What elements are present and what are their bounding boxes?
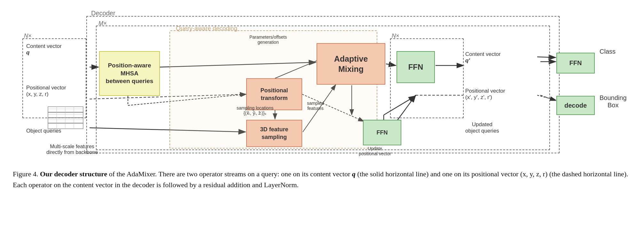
svg-rect-24	[48, 123, 83, 129]
update-pos-label: Updatepositional vector	[359, 146, 391, 156]
caption-rest2: (the solid horizontal line) and one on i…	[356, 170, 520, 178]
feature-sampling-box: 3D feature sampling	[246, 120, 302, 147]
mx-label: M×	[98, 20, 107, 27]
decode-box: decode	[556, 96, 595, 115]
positional-coords-right: (x', y', z', r')	[465, 94, 492, 100]
caption: Figure 4. Our decoder structure of the A…	[13, 169, 631, 190]
positional-label: Positional transform	[260, 87, 288, 102]
svg-rect-27	[48, 107, 83, 112]
nx-right-label: N×	[392, 33, 399, 39]
sampled-label: sampledfeatures	[307, 101, 324, 111]
bbox-label: BoundingBox	[600, 94, 627, 109]
caption-bold: Our decoder structure	[40, 170, 107, 178]
sampling-label: sampling locations{(x̃ᵢ, ỹᵢ, z̃ᵢ)}ₖ	[237, 105, 273, 116]
caption-coords: (x, y, z, r)	[520, 170, 547, 178]
caption-rest: of the AdaMixer. There are two operator …	[107, 170, 352, 178]
positional-vector-left-label: Positional vector(x, y, z, r)	[26, 85, 66, 97]
ffn-main-label: FFN	[408, 63, 423, 72]
multi-scale-label: Multi-scale featuresdirectly from backbo…	[46, 144, 98, 155]
diagram-container: Decoder M× N× N× Query-aware decoding Po…	[13, 6, 631, 163]
q-bold-left: q	[26, 50, 29, 56]
positional-coords-left: (x, y, z, r)	[26, 91, 49, 97]
query-aware-label: Query-aware decoding	[176, 25, 237, 32]
feature-label: 3D feature sampling	[260, 126, 288, 141]
positional-vector-right-label: Positional vector(x', y', z', r')	[465, 88, 505, 101]
mhsa-box: Position-aware MHSA between queries	[99, 51, 160, 96]
svg-rect-26	[48, 112, 83, 118]
params-label: Parameters/offsetsgeneration	[249, 34, 287, 45]
ffn-out-box: FFN	[556, 53, 595, 73]
adaptive-mixing-box: Adaptive Mixing	[317, 43, 385, 85]
mhsa-label: Position-aware MHSA between queries	[106, 62, 153, 85]
q-prime-bold: q'	[465, 57, 470, 64]
ffn-main-box: FFN	[397, 51, 435, 83]
ffn-out-label: FFN	[569, 59, 582, 67]
decode-label: decode	[564, 102, 587, 109]
ffn-update-box: FFN	[363, 120, 401, 145]
decoder-label: Decoder	[91, 10, 115, 17]
content-vector-left-label: Content vectorq	[26, 43, 62, 56]
feature-stack-icon	[45, 102, 86, 137]
content-vector-right-label: Content vectorq'	[465, 51, 501, 64]
figure-number: Figure 4.	[13, 170, 38, 178]
ffn-update-label: FFN	[377, 129, 388, 136]
svg-rect-25	[48, 118, 83, 123]
class-label: Class	[600, 48, 616, 55]
nx-left-label: N×	[24, 33, 32, 39]
updated-object-queries-label: Updatedobject queries	[465, 121, 499, 134]
caption-q: q	[352, 170, 356, 178]
adaptive-label: Adaptive Mixing	[334, 54, 368, 74]
